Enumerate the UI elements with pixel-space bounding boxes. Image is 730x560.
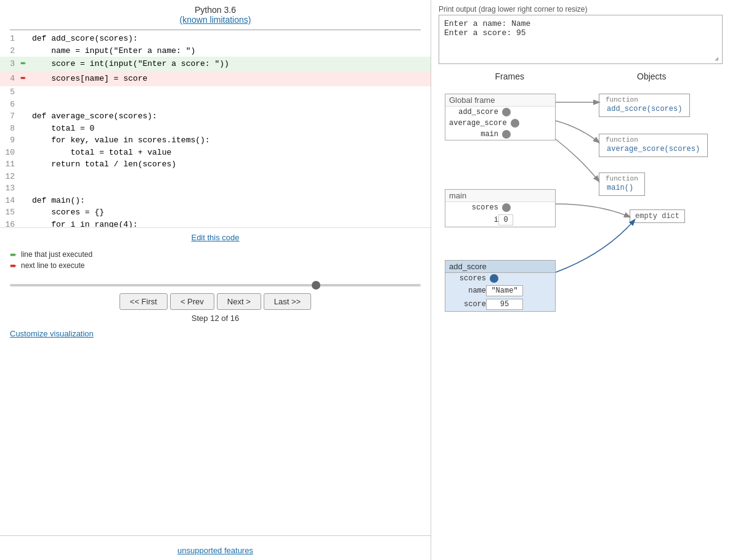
code-line-12: 12 — [0, 171, 431, 183]
code-line-10: 10 total = total + value — [0, 147, 431, 159]
empty-dict-label: empty dict — [635, 212, 679, 221]
left-panel: Python 3.6 (known limitations) 1def add_… — [0, 0, 431, 560]
step-slider[interactable] — [10, 284, 421, 286]
code-line-11: 11 return total / len(scores) — [0, 158, 431, 171]
prev-button[interactable]: < Prev — [170, 293, 214, 310]
python-title: Python 3.6 — [195, 5, 236, 15]
print-output-text: Enter a name: Name Enter a score: 95 — [444, 19, 530, 38]
line-code-2: name = input("Enter a name: ") — [30, 45, 431, 57]
print-output-box: Enter a name: Name Enter a score: 95 ◢ — [439, 15, 723, 64]
code-line-14: 14def main(): — [0, 195, 431, 207]
val-i: 0 — [498, 214, 513, 225]
line-code-8: total = 0 — [30, 123, 431, 135]
line-code-1: def add_score(scores): — [30, 33, 431, 45]
frame-row-main: main — [445, 129, 555, 140]
visualization-area: Global frame add_score average_score mai… — [439, 94, 722, 371]
line-code-11: return total / len(scores) — [30, 158, 431, 171]
line-code-15: scores = {} — [30, 206, 431, 219]
print-output-label: Print output (drag lower right corner to… — [439, 5, 723, 14]
resize-corner-icon[interactable]: ◢ — [715, 56, 721, 62]
customize-link[interactable]: Customize visualization — [10, 329, 94, 338]
add-frame-row-name: name "Name" — [445, 284, 555, 298]
frames-objects-header: Frames Objects — [439, 71, 723, 81]
frame-row-scores: scores — [445, 202, 555, 213]
edit-code-link[interactable]: Edit this code — [191, 233, 239, 242]
line-arrow-11 — [17, 158, 30, 171]
line-num-3: 3 — [0, 57, 17, 71]
line-arrow-13 — [17, 182, 30, 195]
add-var-score: score — [449, 300, 486, 309]
add-frame-row-scores: scores — [445, 273, 555, 284]
code-line-16: 16 for i in range(4): — [0, 219, 431, 228]
line-code-9: for key, value in scores.items(): — [30, 134, 431, 147]
var-main: main — [449, 130, 498, 139]
code-line-2: 2 name = input("Enter a name: ") — [0, 45, 431, 57]
step-info: Step 12 of 16 — [0, 314, 431, 328]
edit-link-container: Edit this code — [0, 227, 431, 247]
step-text: Step 12 of 16 — [192, 314, 239, 323]
legend-red-label: next line to execute — [21, 261, 84, 270]
add-val-score: 95 — [486, 299, 523, 310]
line-arrow-8 — [17, 123, 30, 135]
dot-scores — [502, 203, 511, 212]
obj-main: function main() — [599, 172, 645, 196]
line-arrow-9 — [17, 134, 30, 147]
line-code-12 — [30, 171, 431, 183]
line-num-4: 4 — [0, 71, 17, 86]
code-line-13: 13 — [0, 182, 431, 195]
code-line-9: 9 for key, value in scores.items(): — [0, 134, 431, 147]
unsupported-features-link[interactable]: unsupported features — [177, 546, 253, 555]
add-var-name: name — [449, 286, 486, 295]
last-button[interactable]: Last >> — [264, 293, 311, 310]
var-i: i — [449, 216, 498, 224]
line-arrow-1 — [17, 33, 30, 45]
dot-average-score — [511, 119, 519, 128]
line-code-6 — [30, 99, 431, 111]
global-frame-title: Global frame — [445, 94, 555, 107]
known-limitations-link[interactable]: (known limitations) — [180, 15, 251, 25]
code-line-6: 6 — [0, 99, 431, 111]
line-code-7: def average_score(scores): — [30, 110, 431, 123]
var-average-score: average_score — [449, 119, 507, 128]
legend-red: ➨ next line to execute — [10, 261, 421, 270]
first-button[interactable]: << First — [120, 293, 168, 310]
line-arrow-3: ➨ — [17, 57, 30, 71]
add-score-frame-title: add_score — [445, 261, 555, 273]
line-arrow-4: ➨ — [17, 71, 30, 86]
line-arrow-10 — [17, 147, 30, 159]
print-output-section: Print output (drag lower right corner to… — [439, 5, 723, 64]
header-divider — [10, 30, 421, 30]
code-line-4: 4➨ scores[name] = score — [0, 71, 431, 86]
line-arrow-14 — [17, 195, 30, 207]
var-scores: scores — [449, 203, 498, 212]
line-code-10: total = total + value — [30, 147, 431, 159]
nav-buttons: << First < Prev Next > Last >> — [0, 291, 431, 314]
line-num-16: 16 — [0, 219, 17, 228]
line-num-5: 5 — [0, 86, 17, 99]
var-add-score: add_score — [449, 108, 498, 116]
next-button[interactable]: Next > — [217, 293, 261, 310]
line-num-13: 13 — [0, 182, 17, 195]
code-header: Python 3.6 (known limitations) — [0, 0, 431, 27]
red-arrow-icon: ➨ — [20, 73, 26, 84]
slider-area — [0, 274, 431, 291]
legend-green-arrow-icon: ➨ — [10, 250, 17, 259]
line-code-13 — [30, 182, 431, 195]
line-code-3: score = int(input("Enter a score: ")) — [30, 57, 431, 71]
line-num-15: 15 — [0, 206, 17, 219]
dot-add-scores — [490, 274, 498, 283]
code-line-5: 5 — [0, 86, 431, 99]
obj-main-label: function — [603, 174, 641, 183]
main-frame-box: main scores i 0 — [445, 189, 556, 227]
add-score-frame-box: add_score scores name "Name" score 95 — [445, 260, 556, 312]
code-line-3: 3➨ score = int(input("Enter a score: ")) — [0, 57, 431, 71]
line-arrow-16 — [17, 219, 30, 228]
obj-main-name: main() — [603, 183, 641, 194]
line-arrow-7 — [17, 110, 30, 123]
line-num-9: 9 — [0, 134, 17, 147]
line-arrow-12 — [17, 171, 30, 183]
line-arrow-2 — [17, 45, 30, 57]
line-num-12: 12 — [0, 171, 17, 183]
code-table: 1def add_score(scores):2 name = input("E… — [0, 33, 431, 227]
obj-add-score-name: add_score(scores) — [603, 104, 686, 115]
